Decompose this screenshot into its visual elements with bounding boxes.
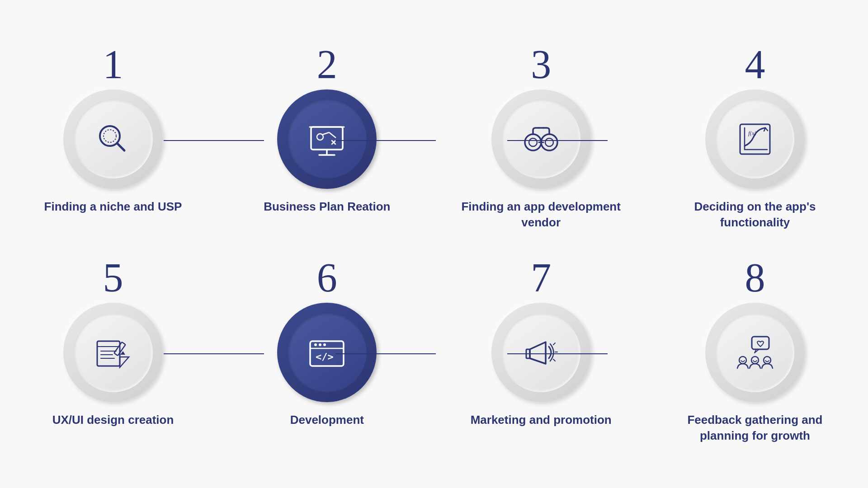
connector-6-7 (335, 353, 436, 354)
step-2-label: Business Plan Reation (264, 199, 390, 215)
megaphone-icon (521, 332, 561, 373)
connector-1-2 (164, 140, 264, 141)
row-2: 5 (27, 258, 841, 444)
binoculars-icon (521, 119, 561, 160)
design-icon (93, 332, 133, 373)
step-8-circle-outer (705, 303, 805, 402)
step-1-circle-outer (63, 89, 163, 189)
step-7-circle-inner (501, 313, 580, 392)
code-icon: </> (307, 332, 347, 373)
step-4: 4 f(x) (669, 44, 841, 230)
svg-rect-40 (752, 337, 769, 349)
step-6: 6 </> Development (241, 258, 413, 428)
connector-5-6 (164, 353, 264, 354)
step-1-circle-inner (74, 99, 153, 178)
step-8-circle-inner (715, 313, 794, 392)
svg-rect-24 (97, 341, 120, 366)
svg-point-6 (317, 134, 323, 140)
step-7-circle-outer (491, 303, 591, 402)
step-5-circle-outer (63, 303, 163, 402)
svg-line-22 (765, 128, 768, 131)
step-5-circle-inner (74, 313, 153, 392)
step-3-circle-inner (501, 99, 580, 178)
step-2-circle-inner (288, 99, 367, 178)
step-4-label: Deciding on the app's functionality (669, 199, 841, 230)
chart-icon: f(x) (735, 119, 775, 160)
step-7: 7 (455, 258, 627, 428)
step-1-number: 1 (103, 44, 123, 85)
presentation-icon (307, 119, 347, 160)
step-4-circle-inner: f(x) (715, 99, 794, 178)
step-6-circle-outer: </> (277, 303, 377, 402)
svg-text:f(x): f(x) (748, 130, 756, 136)
connector-7-8 (507, 353, 608, 354)
svg-point-41 (739, 357, 746, 364)
step-4-number: 4 (745, 44, 765, 85)
svg-line-2 (117, 143, 124, 150)
step-3: 3 Finding an app developm (455, 44, 627, 230)
svg-line-7 (322, 132, 329, 135)
feedback-icon (735, 332, 775, 373)
step-3-circle-outer (491, 89, 591, 189)
step-8: 8 (669, 258, 841, 444)
step-8-number: 8 (745, 258, 765, 298)
main-container: 1 Finding a niche and USP 2 (27, 44, 841, 444)
step-3-number: 3 (531, 44, 551, 85)
svg-point-15 (545, 138, 553, 146)
svg-point-34 (323, 343, 326, 346)
step-5-number: 5 (103, 258, 123, 298)
step-2: 2 (241, 44, 413, 215)
step-5-label: UX/UI design creation (52, 412, 174, 428)
search-icon (93, 119, 133, 160)
row-1: 1 Finding a niche and USP 2 (27, 44, 841, 230)
step-1: 1 Finding a niche and USP (27, 44, 199, 215)
step-6-circle-inner: </> (288, 313, 367, 392)
svg-line-37 (553, 343, 555, 345)
svg-point-1 (104, 130, 116, 142)
svg-point-43 (764, 357, 771, 364)
svg-text:</>: </> (316, 351, 334, 362)
svg-rect-3 (311, 127, 343, 150)
step-5: 5 (27, 258, 199, 428)
svg-line-8 (329, 132, 336, 138)
connector-2-3 (335, 140, 436, 141)
svg-point-14 (529, 138, 537, 146)
step-2-circle-outer (277, 89, 377, 189)
step-7-number: 7 (531, 258, 551, 298)
step-4-circle-outer: f(x) (705, 89, 805, 189)
step-6-number: 6 (317, 258, 337, 298)
step-7-label: Marketing and promotion (471, 412, 612, 428)
step-3-label: Finding an app development vendor (455, 199, 627, 230)
svg-point-33 (319, 343, 321, 346)
svg-line-39 (553, 359, 555, 361)
step-2-number: 2 (317, 44, 337, 85)
connector-3-4 (507, 140, 608, 141)
step-8-label: Feedback gathering and planning for grow… (669, 412, 841, 444)
step-1-label: Finding a niche and USP (44, 199, 182, 215)
step-6-label: Development (290, 412, 364, 428)
svg-point-32 (314, 343, 317, 346)
svg-point-42 (751, 357, 759, 364)
